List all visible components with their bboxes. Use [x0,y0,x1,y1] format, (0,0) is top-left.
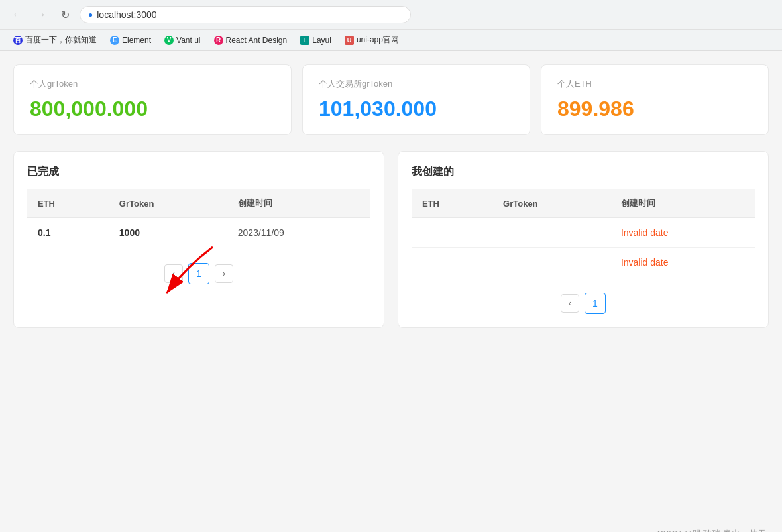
eth-cell [412,218,492,248]
stats-row: 个人grToken 800,000.000 个人交易所grToken 101,0… [13,64,769,135]
table-row: 0.1 1000 2023/11/09 [27,218,370,248]
bookmark-react[interactable]: RReact Ant Design [209,34,293,47]
created-table: ETH GrToken 创建时间 Invalid date Invalid da… [412,189,755,277]
date-cell: Invalid date [610,218,755,248]
bookmark-baidu[interactable]: 百百度一下，你就知道 [8,32,102,48]
footer: CSDN @跟 耿瑞 卷出一片天 [0,515,782,532]
back-button[interactable]: ← [8,5,27,24]
browser-chrome: ← → ↻ ● localhost:3000 百百度一下，你就知道EElemen… [0,0,782,51]
eth-cell [412,248,492,278]
grtoken-card: 个人grToken 800,000.000 [13,64,292,135]
bookmarks-bar: 百百度一下，你就知道EElementVVant uiRReact Ant Des… [0,29,782,50]
bookmark-uni[interactable]: Uuni-app官网 [339,32,404,48]
bookmark-element[interactable]: EElement [105,34,156,47]
browser-toolbar: ← → ↻ ● localhost:3000 [0,0,782,29]
created-col-grtoken: GrToken [492,189,610,218]
completed-page-1[interactable]: 1 [188,263,209,284]
grtoken-label: 个人grToken [30,78,275,90]
table-row: Invalid date [412,248,755,278]
layui-icon: L [300,36,309,45]
baidu-icon: 百 [13,36,23,45]
completed-pagination: ‹ 1 › [27,258,370,284]
reload-button[interactable]: ↻ [56,5,74,24]
exchange-grtoken-label: 个人交易所grToken [319,78,514,90]
grtoken-cell [492,248,610,278]
eth-value: 899.986 [557,97,752,121]
completed-next-btn[interactable]: › [215,264,233,283]
created-page-1[interactable]: 1 [585,293,606,314]
created-col-eth: ETH [412,189,492,218]
created-col-date: 创建时间 [610,189,755,218]
eth-label: 个人ETH [557,78,752,90]
completed-col-date: 创建时间 [227,189,370,218]
completed-section: 已完成 ETH GrToken 创建时间 0.1 1000 2023/11/09 [13,151,384,328]
created-prev-btn[interactable]: ‹ [561,294,579,313]
completed-prev-btn[interactable]: ‹ [164,264,183,283]
table-row: Invalid date [412,218,755,248]
exchange-grtoken-card: 个人交易所grToken 101,030.000 [302,64,530,135]
page-content: 个人grToken 800,000.000 个人交易所grToken 101,0… [0,51,782,515]
grtoken-cell [492,218,610,248]
completed-title: 已完成 [27,165,370,179]
completed-col-grtoken: GrToken [109,189,227,218]
grtoken-cell: 1000 [109,218,227,248]
bookmark-vant[interactable]: VVant ui [159,34,205,47]
vant-icon: V [164,36,174,45]
element-icon: E [110,36,119,45]
date-cell: 2023/11/09 [227,218,370,248]
forward-button[interactable]: → [32,5,50,24]
eth-card: 个人ETH 899.986 [541,64,769,135]
grtoken-value: 800,000.000 [30,97,275,121]
address-bar[interactable]: ● localhost:3000 [80,6,411,23]
react-icon: R [214,36,223,45]
completed-table-header: ETH GrToken 创建时间 [27,189,370,218]
created-section: 我创建的 ETH GrToken 创建时间 Invalid date Inval… [398,151,769,328]
completed-col-eth: ETH [27,189,109,218]
exchange-grtoken-value: 101,030.000 [319,97,514,121]
bookmark-layui[interactable]: LLayui [295,34,337,47]
completed-table: ETH GrToken 创建时间 0.1 1000 2023/11/09 [27,189,370,247]
created-pagination: ‹ 1 [412,288,755,314]
eth-cell: 0.1 [27,218,109,248]
footer-text: CSDN @跟 耿瑞 卷出一片天 [657,529,766,532]
url-text: localhost:3000 [97,9,156,20]
created-table-header: ETH GrToken 创建时间 [412,189,755,218]
created-title: 我创建的 [412,165,755,179]
tables-row: 已完成 ETH GrToken 创建时间 0.1 1000 2023/11/09 [13,151,769,328]
date-cell: Invalid date [610,248,755,278]
uni-icon: U [345,36,354,45]
lock-icon: ● [88,10,93,19]
